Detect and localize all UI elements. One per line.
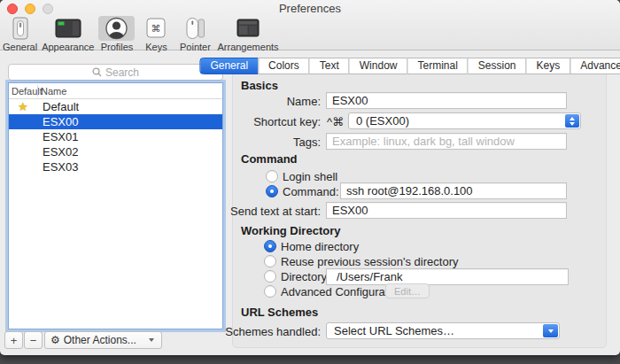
toolbar-item-arrangements[interactable]: Arrangements (217, 16, 278, 52)
command-heading: Command (241, 152, 298, 166)
command-field[interactable] (340, 182, 567, 199)
profile-row-esx01[interactable]: ESX01 (9, 129, 222, 144)
tags-label: Tags: (195, 136, 321, 149)
profile-row-esx03[interactable]: ESX03 (9, 159, 222, 174)
edit-button[interactable]: Edit… (385, 283, 430, 298)
basics-heading: Basics (241, 79, 278, 92)
remove-profile-button[interactable]: − (24, 331, 43, 349)
reuse-directory-radio[interactable] (264, 255, 276, 267)
profiles-person-icon (105, 17, 128, 41)
column-name: Name (41, 86, 66, 97)
default-star-icon: ★ (18, 99, 28, 114)
command-radio[interactable] (266, 185, 278, 197)
window-title: Preferences (0, 2, 620, 15)
directory-radio[interactable] (264, 270, 276, 283)
working-directory-heading: Working Directory (241, 224, 340, 237)
toolbar-label: Arrangements (217, 42, 278, 52)
dropdown-chevron-icon (543, 324, 558, 337)
shortcut-key-popup[interactable]: 0 (ESX00) (348, 112, 581, 129)
send-text-field[interactable] (326, 202, 567, 219)
window-header: Preferences General Appearance (0, 0, 620, 50)
chevron-down-icon (149, 338, 154, 342)
profile-list: Default Name ★ Default ESX00 ESX01 ESX02… (8, 82, 223, 329)
directory-label: Directory: (281, 270, 330, 283)
tab-session[interactable]: Session (468, 58, 527, 74)
profile-tabs: General Colors Text Window Terminal Sess… (199, 58, 620, 74)
preferences-toolbar: General Appearance (3, 16, 279, 52)
profile-list-header[interactable]: Default Name (9, 83, 222, 99)
profile-row-esx00[interactable]: ESX00 (9, 114, 222, 129)
search-placeholder: Search (105, 66, 139, 79)
toolbar-label: Appearance (42, 42, 94, 52)
arrangements-windows-icon (236, 17, 260, 40)
url-schemes-dropdown[interactable]: Select URL Schemes… (326, 322, 560, 339)
toolbar-item-profiles[interactable]: Profiles (98, 16, 135, 52)
tab-terminal[interactable]: Terminal (407, 58, 468, 74)
tab-advanced[interactable]: Advanced (570, 58, 620, 74)
column-divider (37, 85, 38, 97)
schemes-handled-label: Schemes handled: (195, 325, 321, 338)
reuse-directory-label: Reuse previous session's directory (281, 255, 458, 268)
svg-text:⌘: ⌘ (151, 23, 161, 35)
switch-icon (11, 17, 30, 40)
toolbar-label: Profiles (101, 42, 134, 52)
preferences-window: Preferences General Appearance (0, 0, 620, 355)
toolbar-label: Pointer (180, 42, 211, 52)
tab-colors[interactable]: Colors (258, 58, 310, 74)
name-label: Name: (195, 95, 321, 108)
tab-general[interactable]: General (199, 58, 259, 74)
toolbar-item-general[interactable]: General (3, 16, 37, 52)
search-icon (92, 67, 102, 77)
stepper-icon (565, 114, 579, 128)
other-actions-button[interactable]: ⚙ Other Actions... (44, 331, 162, 349)
add-profile-button[interactable]: + (4, 331, 23, 349)
toolbar-label: Keys (145, 42, 167, 52)
mouse-icon (183, 17, 206, 40)
directory-field[interactable] (326, 268, 569, 285)
toolbar-label: General (3, 42, 37, 52)
home-directory-radio[interactable] (264, 240, 276, 252)
shortcut-modifier-symbols: ^⌘ (327, 115, 344, 128)
command-label: Command: (283, 185, 339, 198)
search-input[interactable]: Search (8, 64, 223, 81)
toolbar-item-keys[interactable]: ⌘ Keys (139, 16, 173, 52)
gear-icon: ⚙ (50, 334, 60, 346)
tab-keys[interactable]: Keys (526, 58, 571, 74)
login-shell-label: Login shell (283, 170, 337, 183)
advanced-configuration-radio[interactable] (264, 285, 276, 298)
toolbar-item-pointer[interactable]: Pointer (177, 16, 213, 52)
tab-text[interactable]: Text (309, 58, 350, 74)
send-text-label: Send text at start: (195, 205, 321, 218)
tags-field[interactable] (326, 133, 567, 150)
home-directory-label: Home directory (281, 240, 359, 253)
login-shell-radio[interactable] (266, 170, 278, 182)
profile-actions: + − ⚙ Other Actions... (4, 331, 162, 349)
tab-window[interactable]: Window (349, 58, 408, 74)
url-schemes-heading: URL Schemes (241, 306, 318, 319)
profile-row-default[interactable]: ★ Default (9, 99, 222, 114)
appearance-window-icon (55, 17, 81, 40)
keycap-icon: ⌘ (145, 17, 167, 40)
profile-row-esx02[interactable]: ESX02 (9, 144, 222, 159)
toolbar-item-appearance[interactable]: Appearance (42, 16, 94, 52)
profile-name-field[interactable] (326, 92, 567, 109)
shortcut-key-label: Shortcut key: (195, 115, 321, 128)
